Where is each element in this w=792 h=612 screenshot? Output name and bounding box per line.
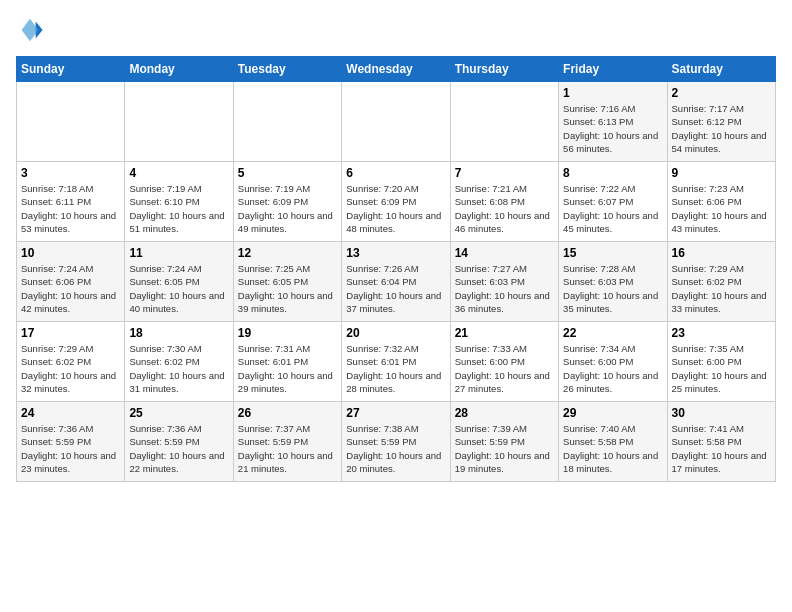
days-header-row: SundayMondayTuesdayWednesdayThursdayFrid… — [17, 57, 776, 82]
day-info: Sunrise: 7:34 AM Sunset: 6:00 PM Dayligh… — [563, 342, 662, 395]
day-number: 13 — [346, 246, 445, 260]
week-row-5: 24Sunrise: 7:36 AM Sunset: 5:59 PM Dayli… — [17, 402, 776, 482]
calendar-cell: 18Sunrise: 7:30 AM Sunset: 6:02 PM Dayli… — [125, 322, 233, 402]
calendar-cell: 23Sunrise: 7:35 AM Sunset: 6:00 PM Dayli… — [667, 322, 775, 402]
calendar-cell: 4Sunrise: 7:19 AM Sunset: 6:10 PM Daylig… — [125, 162, 233, 242]
calendar-cell: 1Sunrise: 7:16 AM Sunset: 6:13 PM Daylig… — [559, 82, 667, 162]
day-info: Sunrise: 7:24 AM Sunset: 6:05 PM Dayligh… — [129, 262, 228, 315]
day-header-tuesday: Tuesday — [233, 57, 341, 82]
day-info: Sunrise: 7:27 AM Sunset: 6:03 PM Dayligh… — [455, 262, 554, 315]
day-info: Sunrise: 7:31 AM Sunset: 6:01 PM Dayligh… — [238, 342, 337, 395]
day-header-friday: Friday — [559, 57, 667, 82]
day-info: Sunrise: 7:29 AM Sunset: 6:02 PM Dayligh… — [21, 342, 120, 395]
calendar-cell: 21Sunrise: 7:33 AM Sunset: 6:00 PM Dayli… — [450, 322, 558, 402]
day-info: Sunrise: 7:36 AM Sunset: 5:59 PM Dayligh… — [21, 422, 120, 475]
day-number: 7 — [455, 166, 554, 180]
day-number: 10 — [21, 246, 120, 260]
day-number: 4 — [129, 166, 228, 180]
day-header-wednesday: Wednesday — [342, 57, 450, 82]
week-row-4: 17Sunrise: 7:29 AM Sunset: 6:02 PM Dayli… — [17, 322, 776, 402]
calendar-cell: 3Sunrise: 7:18 AM Sunset: 6:11 PM Daylig… — [17, 162, 125, 242]
day-info: Sunrise: 7:36 AM Sunset: 5:59 PM Dayligh… — [129, 422, 228, 475]
calendar-cell: 5Sunrise: 7:19 AM Sunset: 6:09 PM Daylig… — [233, 162, 341, 242]
calendar-cell: 27Sunrise: 7:38 AM Sunset: 5:59 PM Dayli… — [342, 402, 450, 482]
day-number: 28 — [455, 406, 554, 420]
day-number: 29 — [563, 406, 662, 420]
calendar-cell: 19Sunrise: 7:31 AM Sunset: 6:01 PM Dayli… — [233, 322, 341, 402]
day-number: 22 — [563, 326, 662, 340]
calendar-cell — [17, 82, 125, 162]
day-info: Sunrise: 7:28 AM Sunset: 6:03 PM Dayligh… — [563, 262, 662, 315]
logo-icon — [16, 16, 44, 44]
calendar-cell — [342, 82, 450, 162]
page-header — [16, 16, 776, 44]
calendar-cell: 16Sunrise: 7:29 AM Sunset: 6:02 PM Dayli… — [667, 242, 775, 322]
calendar-cell: 6Sunrise: 7:20 AM Sunset: 6:09 PM Daylig… — [342, 162, 450, 242]
day-number: 23 — [672, 326, 771, 340]
day-info: Sunrise: 7:32 AM Sunset: 6:01 PM Dayligh… — [346, 342, 445, 395]
calendar-cell — [125, 82, 233, 162]
day-number: 27 — [346, 406, 445, 420]
day-number: 24 — [21, 406, 120, 420]
calendar-cell: 29Sunrise: 7:40 AM Sunset: 5:58 PM Dayli… — [559, 402, 667, 482]
day-number: 25 — [129, 406, 228, 420]
calendar-cell: 24Sunrise: 7:36 AM Sunset: 5:59 PM Dayli… — [17, 402, 125, 482]
calendar-cell: 11Sunrise: 7:24 AM Sunset: 6:05 PM Dayli… — [125, 242, 233, 322]
day-info: Sunrise: 7:37 AM Sunset: 5:59 PM Dayligh… — [238, 422, 337, 475]
calendar-cell: 13Sunrise: 7:26 AM Sunset: 6:04 PM Dayli… — [342, 242, 450, 322]
day-number: 9 — [672, 166, 771, 180]
week-row-2: 3Sunrise: 7:18 AM Sunset: 6:11 PM Daylig… — [17, 162, 776, 242]
calendar-cell — [233, 82, 341, 162]
day-info: Sunrise: 7:22 AM Sunset: 6:07 PM Dayligh… — [563, 182, 662, 235]
calendar-cell: 25Sunrise: 7:36 AM Sunset: 5:59 PM Dayli… — [125, 402, 233, 482]
day-header-saturday: Saturday — [667, 57, 775, 82]
day-info: Sunrise: 7:23 AM Sunset: 6:06 PM Dayligh… — [672, 182, 771, 235]
calendar-cell: 20Sunrise: 7:32 AM Sunset: 6:01 PM Dayli… — [342, 322, 450, 402]
calendar-cell: 17Sunrise: 7:29 AM Sunset: 6:02 PM Dayli… — [17, 322, 125, 402]
day-number: 6 — [346, 166, 445, 180]
day-number: 30 — [672, 406, 771, 420]
day-number: 2 — [672, 86, 771, 100]
day-header-monday: Monday — [125, 57, 233, 82]
day-info: Sunrise: 7:21 AM Sunset: 6:08 PM Dayligh… — [455, 182, 554, 235]
day-number: 17 — [21, 326, 120, 340]
day-info: Sunrise: 7:35 AM Sunset: 6:00 PM Dayligh… — [672, 342, 771, 395]
calendar-cell — [450, 82, 558, 162]
day-number: 1 — [563, 86, 662, 100]
day-number: 26 — [238, 406, 337, 420]
day-info: Sunrise: 7:20 AM Sunset: 6:09 PM Dayligh… — [346, 182, 445, 235]
calendar-cell: 26Sunrise: 7:37 AM Sunset: 5:59 PM Dayli… — [233, 402, 341, 482]
calendar-cell: 12Sunrise: 7:25 AM Sunset: 6:05 PM Dayli… — [233, 242, 341, 322]
day-info: Sunrise: 7:24 AM Sunset: 6:06 PM Dayligh… — [21, 262, 120, 315]
day-header-sunday: Sunday — [17, 57, 125, 82]
day-info: Sunrise: 7:18 AM Sunset: 6:11 PM Dayligh… — [21, 182, 120, 235]
day-info: Sunrise: 7:25 AM Sunset: 6:05 PM Dayligh… — [238, 262, 337, 315]
week-row-1: 1Sunrise: 7:16 AM Sunset: 6:13 PM Daylig… — [17, 82, 776, 162]
day-info: Sunrise: 7:19 AM Sunset: 6:09 PM Dayligh… — [238, 182, 337, 235]
day-info: Sunrise: 7:16 AM Sunset: 6:13 PM Dayligh… — [563, 102, 662, 155]
day-number: 5 — [238, 166, 337, 180]
logo — [16, 16, 48, 44]
calendar-cell: 9Sunrise: 7:23 AM Sunset: 6:06 PM Daylig… — [667, 162, 775, 242]
calendar-cell: 22Sunrise: 7:34 AM Sunset: 6:00 PM Dayli… — [559, 322, 667, 402]
calendar-cell: 8Sunrise: 7:22 AM Sunset: 6:07 PM Daylig… — [559, 162, 667, 242]
day-number: 20 — [346, 326, 445, 340]
day-number: 11 — [129, 246, 228, 260]
day-number: 16 — [672, 246, 771, 260]
day-number: 14 — [455, 246, 554, 260]
calendar-cell: 7Sunrise: 7:21 AM Sunset: 6:08 PM Daylig… — [450, 162, 558, 242]
day-header-thursday: Thursday — [450, 57, 558, 82]
calendar-cell: 14Sunrise: 7:27 AM Sunset: 6:03 PM Dayli… — [450, 242, 558, 322]
week-row-3: 10Sunrise: 7:24 AM Sunset: 6:06 PM Dayli… — [17, 242, 776, 322]
day-info: Sunrise: 7:26 AM Sunset: 6:04 PM Dayligh… — [346, 262, 445, 315]
day-info: Sunrise: 7:41 AM Sunset: 5:58 PM Dayligh… — [672, 422, 771, 475]
day-number: 8 — [563, 166, 662, 180]
day-info: Sunrise: 7:33 AM Sunset: 6:00 PM Dayligh… — [455, 342, 554, 395]
day-number: 19 — [238, 326, 337, 340]
calendar-cell: 2Sunrise: 7:17 AM Sunset: 6:12 PM Daylig… — [667, 82, 775, 162]
calendar-table: SundayMondayTuesdayWednesdayThursdayFrid… — [16, 56, 776, 482]
day-info: Sunrise: 7:29 AM Sunset: 6:02 PM Dayligh… — [672, 262, 771, 315]
day-info: Sunrise: 7:30 AM Sunset: 6:02 PM Dayligh… — [129, 342, 228, 395]
day-number: 15 — [563, 246, 662, 260]
day-info: Sunrise: 7:39 AM Sunset: 5:59 PM Dayligh… — [455, 422, 554, 475]
